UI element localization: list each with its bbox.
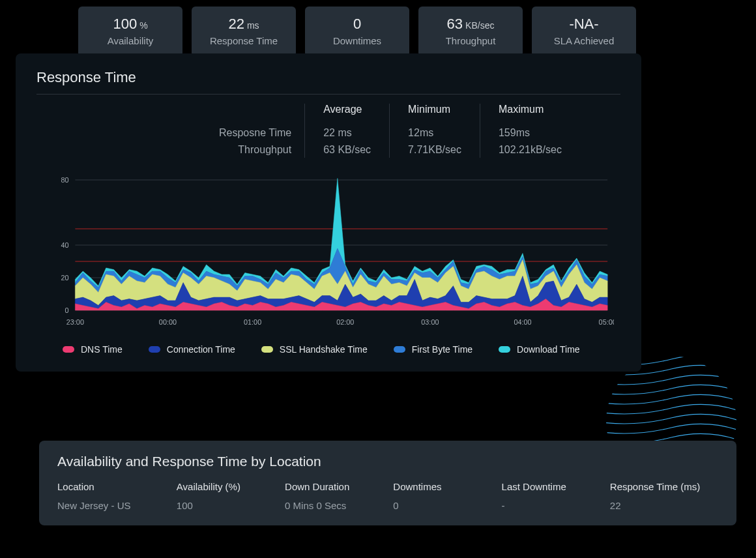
- location-card-title: Availability and Response Time by Locati…: [57, 454, 718, 469]
- response-time-chart: 020408023:0000:0001:0002:0003:0004:0005:…: [50, 173, 614, 330]
- loc-value: -: [502, 500, 610, 511]
- legend-item: First Byte Time: [394, 344, 472, 355]
- loc-value: 0 Mins 0 Secs: [285, 500, 393, 511]
- stat-label: SLA Achieved: [546, 35, 622, 46]
- svg-text:00:00: 00:00: [159, 318, 177, 326]
- col-header: Average: [323, 104, 371, 115]
- stat-unit: ms: [247, 20, 259, 31]
- legend-item: DNS Time: [63, 344, 123, 355]
- row-label: Throughput: [219, 141, 291, 158]
- legend-dot-icon: [394, 346, 405, 353]
- svg-text:23:00: 23:00: [66, 318, 84, 326]
- stats-col-maximum: Maximum 159ms 102.21kB/sec: [480, 104, 580, 158]
- stat-card-response-time: 22ms Response Time: [192, 7, 296, 57]
- legend-label: DNS Time: [81, 344, 123, 355]
- col-value: 22 ms: [323, 125, 371, 141]
- loc-header: Downtimes: [393, 481, 501, 492]
- svg-text:40: 40: [61, 241, 68, 249]
- svg-text:0: 0: [65, 306, 68, 314]
- svg-text:20: 20: [61, 274, 68, 282]
- card-title: Response Time: [36, 69, 620, 86]
- stat-label: Throughput: [433, 35, 508, 46]
- col-value: 63 KB/sec: [323, 141, 371, 158]
- stat-value: -NA-: [569, 16, 598, 32]
- stat-card-availability: 100% Availability: [78, 7, 182, 57]
- loc-value: 22: [610, 500, 718, 511]
- svg-text:01:00: 01:00: [244, 318, 261, 326]
- legend-dot-icon: [261, 346, 273, 353]
- col-value: 12ms: [408, 125, 461, 141]
- legend-label: Download Time: [517, 344, 580, 355]
- response-time-card: Response Time x Resposne Time Throughput…: [16, 53, 641, 372]
- stat-card-row: 100% Availability 22ms Response Time 0 D…: [0, 0, 756, 57]
- legend-label: SSL Handshake Time: [280, 344, 368, 355]
- svg-text:80: 80: [61, 176, 68, 184]
- location-card: Availability and Response Time by Locati…: [39, 441, 736, 525]
- stats-col-average: Average 22 ms 63 KB/sec: [304, 104, 389, 158]
- legend-item: Download Time: [499, 344, 580, 355]
- stat-card-downtimes: 0 Downtimes: [305, 7, 409, 57]
- col-value: 159ms: [499, 125, 562, 141]
- loc-header: Availability (%): [177, 481, 285, 492]
- legend-item: SSL Handshake Time: [261, 344, 368, 355]
- loc-value: 0: [393, 500, 501, 511]
- stat-card-throughput: 63KB/sec Throughput: [418, 7, 523, 57]
- stats-col-minimum: Minimum 12ms 7.71KB/sec: [389, 104, 480, 158]
- stats-row-labels: x Resposne Time Throughput: [219, 104, 304, 158]
- chart-svg: 020408023:0000:0001:0002:0003:0004:0005:…: [50, 173, 614, 330]
- legend-label: First Byte Time: [412, 344, 472, 355]
- stats-table: x Resposne Time Throughput Average 22 ms…: [219, 104, 620, 158]
- divider: [36, 94, 620, 95]
- svg-text:05:00: 05:00: [599, 318, 614, 326]
- svg-text:04:00: 04:00: [514, 318, 531, 326]
- svg-text:03:00: 03:00: [421, 318, 439, 326]
- legend-dot-icon: [149, 346, 160, 353]
- legend-dot-icon: [63, 346, 74, 353]
- stat-unit: KB/sec: [465, 20, 494, 31]
- loc-header: Response Time (ms): [610, 481, 718, 492]
- stat-unit: %: [139, 20, 147, 31]
- legend-item: Connection Time: [149, 344, 235, 355]
- loc-header: Last Downtime: [502, 481, 610, 492]
- location-table: LocationNew Jersey - US Availability (%)…: [57, 481, 718, 511]
- chart-legend: DNS Time Connection Time SSL Handshake T…: [63, 344, 620, 355]
- stat-label: Downtimes: [319, 35, 395, 46]
- col-header: Maximum: [499, 104, 562, 115]
- legend-dot-icon: [499, 346, 510, 353]
- loc-value: 100: [177, 500, 285, 511]
- row-label: Resposne Time: [219, 125, 291, 141]
- loc-header: Down Duration: [285, 481, 393, 492]
- loc-header: Location: [57, 481, 177, 492]
- col-value: 7.71KB/sec: [408, 141, 461, 158]
- svg-text:02:00: 02:00: [336, 318, 354, 326]
- stat-value: 0: [353, 16, 361, 32]
- col-value: 102.21kB/sec: [499, 141, 562, 158]
- col-header: Minimum: [408, 104, 461, 115]
- stat-card-sla: -NA- SLA Achieved: [532, 7, 636, 57]
- stat-value: 100: [113, 16, 137, 32]
- loc-value: New Jersey - US: [57, 500, 177, 511]
- stat-value: 22: [228, 16, 244, 32]
- stat-label: Response Time: [206, 35, 282, 46]
- stat-value: 63: [447, 16, 463, 32]
- legend-label: Connection Time: [167, 344, 235, 355]
- stat-label: Availability: [93, 35, 168, 46]
